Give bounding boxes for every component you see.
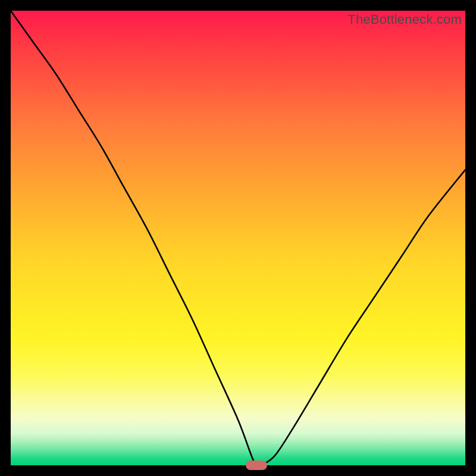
chart-plot-area: TheBottleneck.com: [11, 11, 465, 465]
bottleneck-curve: [11, 11, 465, 465]
chart-svg: [11, 11, 465, 465]
optimal-marker: [246, 461, 267, 470]
